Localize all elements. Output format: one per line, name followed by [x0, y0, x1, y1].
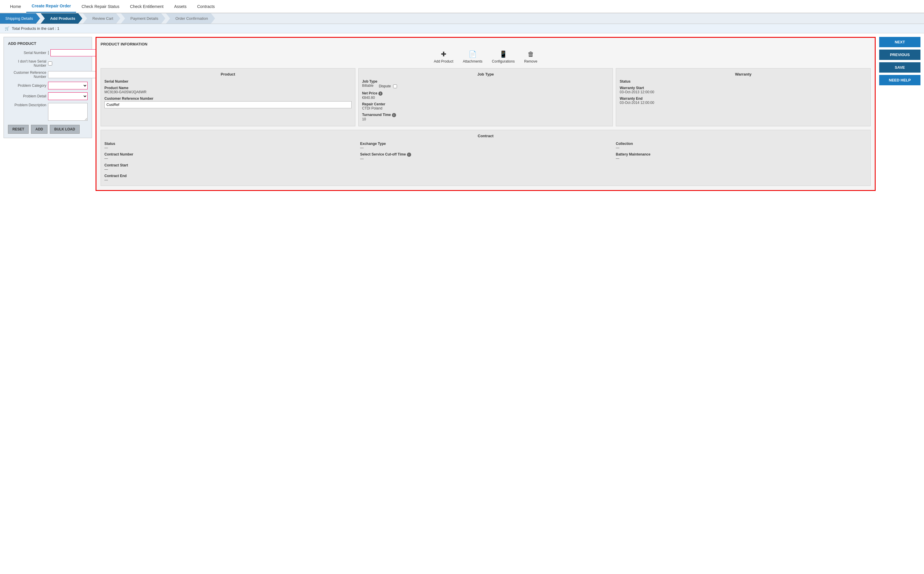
warranty-card: Warranty Status Warranty Start 03-Oct-20… — [616, 68, 871, 126]
main-layout: ADD PRODUCT Serial Number i I don't have… — [0, 33, 924, 194]
contract-end-label: Contract End — [104, 174, 355, 178]
problem-description-input[interactable] — [48, 103, 88, 121]
attachments-tool-label: Attachments — [463, 59, 482, 63]
next-button[interactable]: NEXT — [879, 37, 921, 47]
job-type-row: Billable Dispute — [362, 84, 609, 89]
problem-detail-row: Problem Detail — [8, 92, 88, 100]
no-serial-checkbox[interactable] — [48, 62, 52, 66]
form-actions: RESET ADD BULK LOAD — [8, 125, 88, 134]
battery-maintenance-label: Battery Maintenance — [616, 152, 867, 156]
attachments-tool[interactable]: 📄 Attachments — [463, 50, 482, 63]
warranty-start-value: 03-Oct-2013 12:00:00 — [620, 90, 867, 94]
add-button[interactable]: ADD — [31, 125, 47, 134]
nav-home[interactable]: Home — [5, 1, 26, 13]
job-type-value: Billable — [362, 84, 374, 88]
nav-assets[interactable]: Assets — [169, 1, 192, 13]
serial-number-label: Serial Number — [8, 51, 46, 55]
remove-tool[interactable]: 🗑 Remove — [524, 50, 537, 63]
turnaround-value: 10 — [362, 117, 609, 121]
product-card-title: Product — [104, 72, 352, 76]
reset-button[interactable]: RESET — [8, 125, 28, 134]
contract-start-value: — — [104, 167, 355, 172]
serial-number-info-icon[interactable]: i — [48, 51, 49, 55]
net-price-info-icon[interactable]: i — [379, 91, 382, 96]
previous-button[interactable]: PREVIOUS — [879, 50, 921, 60]
no-serial-label: I don't have Serial Number — [8, 59, 46, 68]
contract-card: Contract Status — Exchange Type — Collec… — [101, 130, 871, 186]
add-product-icon: ✚ — [441, 50, 446, 58]
contract-grid: Status — Exchange Type — Collection — Co… — [104, 142, 867, 182]
configurations-icon: 📱 — [499, 50, 507, 58]
warranty-end-value: 03-Oct-2014 12:00:00 — [620, 101, 867, 105]
collection-label: Collection — [616, 142, 867, 146]
service-cutoff-label: Select Service Cut-off Time i — [360, 152, 611, 157]
product-toolbar: ✚ Add Product 📄 Attachments 📱 Configurat… — [101, 50, 871, 63]
warranty-status-label: Status — [620, 79, 867, 84]
cart-bar: 🛒 Total Products in the cart : 1 — [0, 24, 924, 33]
product-name-field-value: MC9190-GA0SWJQA6WR — [104, 90, 352, 94]
problem-category-label: Problem Category — [8, 84, 46, 88]
repair-center-value: CTDI Poland — [362, 106, 609, 110]
contract-status-label: Status — [104, 142, 355, 146]
right-panel: NEXT PREVIOUS SAVE NEED HELP — [879, 37, 921, 85]
nav-check-repair-status[interactable]: Check Repair Status — [76, 1, 124, 13]
serial-number-row: Serial Number i — [8, 49, 88, 56]
customer-ref-field-label: Customer Reference Number — [104, 96, 352, 101]
step-review-cart[interactable]: Review Cart — [83, 13, 120, 24]
product-name-field-label: Product Name — [104, 86, 352, 90]
nav-contracts[interactable]: Contracts — [192, 1, 220, 13]
serial-number-field-label: Serial Number — [104, 79, 352, 84]
nav-check-entitlement[interactable]: Check Entitlement — [125, 1, 169, 13]
turnaround-info-icon[interactable]: i — [392, 113, 396, 117]
contract-start-field: Contract Start — — [104, 163, 355, 172]
collection-value: — — [616, 146, 867, 150]
problem-description-label: Problem Description — [8, 103, 46, 107]
step-add-products[interactable]: Add Products — [41, 13, 82, 24]
customer-ref-row: Customer Reference Number — [8, 71, 88, 79]
net-price-value: €840.80 — [362, 96, 609, 100]
cart-count-label: Total Products in the cart : 1 — [12, 26, 59, 31]
collection-field: Collection — — [616, 142, 867, 150]
product-card: Product Serial Number Product Name MC919… — [101, 68, 355, 126]
dispute-label: Dispute — [379, 84, 391, 88]
contract-end-value: — — [104, 178, 355, 182]
top-navigation: Home Create Repair Order Check Repair St… — [0, 0, 924, 13]
add-product-panel: ADD PRODUCT Serial Number i I don't have… — [3, 37, 92, 138]
step-payment-details[interactable]: Payment Details — [121, 13, 165, 24]
dispute-checkbox[interactable] — [393, 84, 397, 88]
problem-detail-select[interactable] — [48, 92, 88, 100]
serial-number-input[interactable] — [50, 49, 99, 56]
problem-category-select[interactable] — [48, 82, 88, 90]
no-serial-row: I don't have Serial Number — [8, 59, 88, 68]
customer-ref-field-input[interactable] — [104, 101, 352, 108]
contract-start-col2 — [360, 163, 611, 172]
contract-end-field: Contract End — — [104, 174, 355, 182]
product-information-panel: PRODUCT INFORMATION ✚ Add Product 📄 Atta… — [96, 37, 875, 191]
add-product-title: ADD PRODUCT — [8, 41, 88, 46]
step-order-confirmation[interactable]: Order Confirmation — [166, 13, 215, 24]
save-button[interactable]: SAVE — [879, 62, 921, 73]
exchange-type-label: Exchange Type — [360, 142, 611, 146]
configurations-tool[interactable]: 📱 Configurations — [492, 50, 515, 63]
cutoff-info-icon[interactable]: i — [407, 153, 411, 157]
exchange-type-field: Exchange Type — — [360, 142, 611, 150]
service-cutoff-field: Select Service Cut-off Time i — — [360, 152, 611, 161]
exchange-type-value: — — [360, 146, 611, 150]
contract-status-value: — — [104, 146, 355, 150]
contract-card-title: Contract — [104, 134, 867, 138]
add-product-tool-label: Add Product — [434, 59, 453, 63]
add-product-tool[interactable]: ✚ Add Product — [434, 50, 453, 63]
problem-description-row: Problem Description — [8, 103, 88, 121]
bulk-load-button[interactable]: BULK LOAD — [50, 125, 80, 134]
battery-maintenance-field: Battery Maintenance — — [616, 152, 867, 161]
job-type-card-title: Job Type — [362, 72, 609, 76]
contract-start-label: Contract Start — [104, 163, 355, 167]
need-help-button[interactable]: NEED HELP — [879, 75, 921, 85]
problem-category-row: Problem Category — [8, 82, 88, 90]
contract-number-value: — — [104, 156, 355, 161]
remove-icon: 🗑 — [528, 50, 534, 58]
contract-number-label: Contract Number — [104, 152, 355, 156]
nav-create-repair-order[interactable]: Create Repair Order — [26, 0, 76, 13]
customer-ref-input[interactable] — [48, 71, 96, 78]
step-shipping-details[interactable]: Shipping Details — [0, 13, 40, 24]
